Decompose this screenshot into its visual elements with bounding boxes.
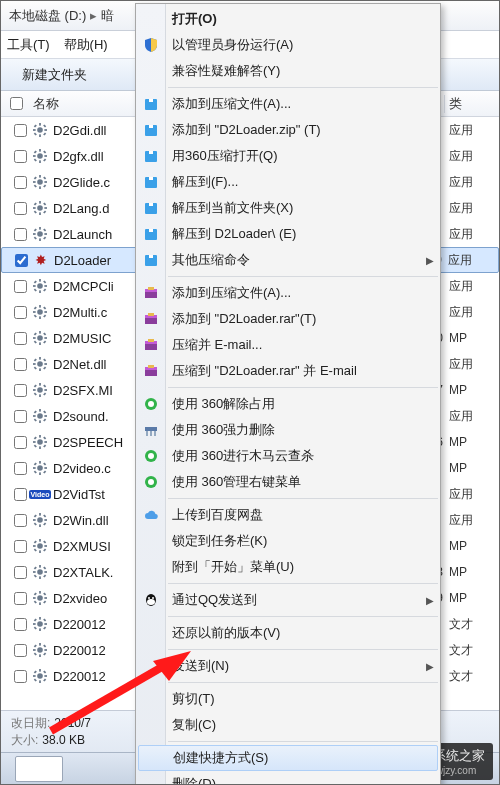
- svg-rect-179: [43, 679, 46, 682]
- file-checkbox[interactable]: [10, 254, 32, 267]
- taskbar-thumbnail[interactable]: [15, 756, 63, 782]
- svg-rect-205: [148, 365, 154, 368]
- file-type: MP: [449, 383, 499, 397]
- svg-rect-178: [34, 679, 37, 682]
- ctx-360-force-delete[interactable]: 使用 360强力删除: [136, 417, 440, 443]
- ctx-pin-taskbar[interactable]: 锁定到任务栏(K): [136, 528, 440, 554]
- ctx-360-manage-menu[interactable]: 使用 360管理右键菜单: [136, 469, 440, 495]
- ctx-compat-troubleshoot[interactable]: 兼容性疑难解答(Y): [136, 58, 440, 84]
- file-type: 应用: [449, 408, 499, 425]
- app-exe-icon: ✸: [32, 251, 50, 269]
- ctx-360-other-compress[interactable]: 其他压缩命令 ▶: [136, 247, 440, 273]
- ctx-360-trojan-scan[interactable]: 使用 360进行木马云查杀: [136, 443, 440, 469]
- svg-rect-71: [43, 341, 46, 344]
- file-checkbox[interactable]: [9, 280, 31, 293]
- ctx-delete[interactable]: 删除(D): [136, 771, 440, 785]
- column-name[interactable]: 名称: [31, 95, 141, 113]
- file-checkbox[interactable]: [9, 566, 31, 579]
- svg-rect-89: [43, 393, 46, 396]
- dll-gear-icon: [31, 667, 49, 685]
- ctx-360-add-archive[interactable]: 添加到压缩文件(A)...: [136, 91, 440, 117]
- ctx-360-extract-to[interactable]: 解压到(F)...: [136, 169, 440, 195]
- ctx-copy[interactable]: 复制(C): [136, 712, 440, 738]
- chevron-right-icon: ▶: [426, 255, 434, 266]
- ctx-restore-previous[interactable]: 还原以前的版本(V): [136, 620, 440, 646]
- svg-rect-43: [34, 237, 37, 240]
- svg-rect-158: [34, 618, 37, 621]
- file-checkbox[interactable]: [9, 436, 31, 449]
- ctx-qq-send[interactable]: 通过QQ发送到 ▶: [136, 587, 440, 613]
- svg-rect-68: [34, 332, 37, 335]
- file-checkbox[interactable]: [9, 488, 31, 501]
- file-checkbox[interactable]: [9, 358, 31, 371]
- file-checkbox[interactable]: [9, 462, 31, 475]
- ctx-baidu-pan[interactable]: 上传到百度网盘: [136, 502, 440, 528]
- ctx-rar-email-named[interactable]: 压缩到 "D2Loader.rar" 并 E-mail: [136, 358, 440, 384]
- file-type: MP: [449, 461, 499, 475]
- ctx-360-open[interactable]: 用360压缩打开(Q): [136, 143, 440, 169]
- svg-rect-12: [33, 155, 36, 157]
- file-checkbox[interactable]: [9, 202, 31, 215]
- svg-point-162: [37, 647, 43, 653]
- ctx-pin-start[interactable]: 附到「开始」菜单(U): [136, 554, 440, 580]
- file-checkbox[interactable]: [9, 332, 31, 345]
- column-type[interactable]: 类: [449, 95, 499, 113]
- svg-point-81: [37, 387, 43, 393]
- file-checkbox[interactable]: [9, 150, 31, 163]
- dll-gear-icon: [31, 199, 49, 217]
- file-checkbox[interactable]: [9, 644, 31, 657]
- ctx-open[interactable]: 打开(O): [136, 6, 440, 32]
- svg-rect-102: [33, 441, 36, 443]
- svg-rect-103: [44, 441, 47, 443]
- svg-rect-160: [34, 627, 37, 630]
- svg-rect-199: [148, 313, 154, 316]
- breadcrumb-seg[interactable]: 本地磁盘 (D:): [9, 7, 86, 25]
- svg-rect-30: [33, 207, 36, 209]
- file-checkbox[interactable]: [9, 618, 31, 631]
- menu-help[interactable]: 帮助(H): [64, 36, 108, 54]
- svg-rect-35: [43, 211, 46, 214]
- svg-rect-58: [44, 311, 47, 313]
- svg-rect-104: [34, 436, 37, 439]
- file-checkbox[interactable]: [9, 670, 31, 683]
- svg-rect-196: [148, 287, 154, 290]
- svg-point-215: [148, 479, 154, 485]
- dll-gear-icon: [31, 173, 49, 191]
- ctx-360-extract-here[interactable]: 解压到当前文件夹(X): [136, 195, 440, 221]
- file-checkbox[interactable]: [9, 124, 31, 137]
- file-type: 应用: [449, 226, 499, 243]
- file-checkbox[interactable]: [9, 514, 31, 527]
- file-checkbox[interactable]: [9, 540, 31, 553]
- ctx-rar-email[interactable]: 压缩并 E-mail...: [136, 332, 440, 358]
- breadcrumb-seg[interactable]: 暗: [101, 7, 114, 25]
- menu-tools[interactable]: 工具(T): [7, 36, 50, 54]
- select-all-checkbox[interactable]: [1, 97, 31, 110]
- file-checkbox[interactable]: [9, 228, 31, 241]
- ctx-run-as-admin[interactable]: 以管理员身份运行(A): [136, 32, 440, 58]
- archive-icon: [141, 120, 161, 140]
- ctx-360-unlock[interactable]: 使用 360解除占用: [136, 391, 440, 417]
- ctx-create-shortcut[interactable]: 创建快捷方式(S): [138, 745, 438, 771]
- svg-rect-96: [43, 410, 46, 413]
- svg-rect-112: [44, 467, 47, 469]
- file-checkbox[interactable]: [9, 306, 31, 319]
- ctx-cut[interactable]: 剪切(T): [136, 686, 440, 712]
- svg-rect-1: [39, 123, 41, 126]
- file-checkbox[interactable]: [9, 176, 31, 189]
- ctx-360-extract-folder[interactable]: 解压到 D2Loader\ (E): [136, 221, 440, 247]
- svg-rect-5: [34, 124, 37, 127]
- file-checkbox[interactable]: [9, 592, 31, 605]
- svg-rect-97: [34, 419, 37, 422]
- ctx-rar-add-named[interactable]: 添加到 "D2Loader.rar"(T): [136, 306, 440, 332]
- svg-rect-143: [43, 575, 46, 578]
- file-checkbox[interactable]: [9, 410, 31, 423]
- dll-gear-icon: [31, 433, 49, 451]
- new-folder-button[interactable]: 新建文件夹: [11, 61, 98, 89]
- ctx-360-add-zip[interactable]: 添加到 "D2Loader.zip" (T): [136, 117, 440, 143]
- file-checkbox[interactable]: [9, 384, 31, 397]
- dll-gear-icon: [31, 459, 49, 477]
- svg-rect-115: [34, 471, 37, 474]
- ctx-send-to[interactable]: 发送到(N) ▶: [136, 653, 440, 679]
- ctx-rar-add-archive[interactable]: 添加到压缩文件(A)...: [136, 280, 440, 306]
- svg-rect-148: [44, 597, 47, 599]
